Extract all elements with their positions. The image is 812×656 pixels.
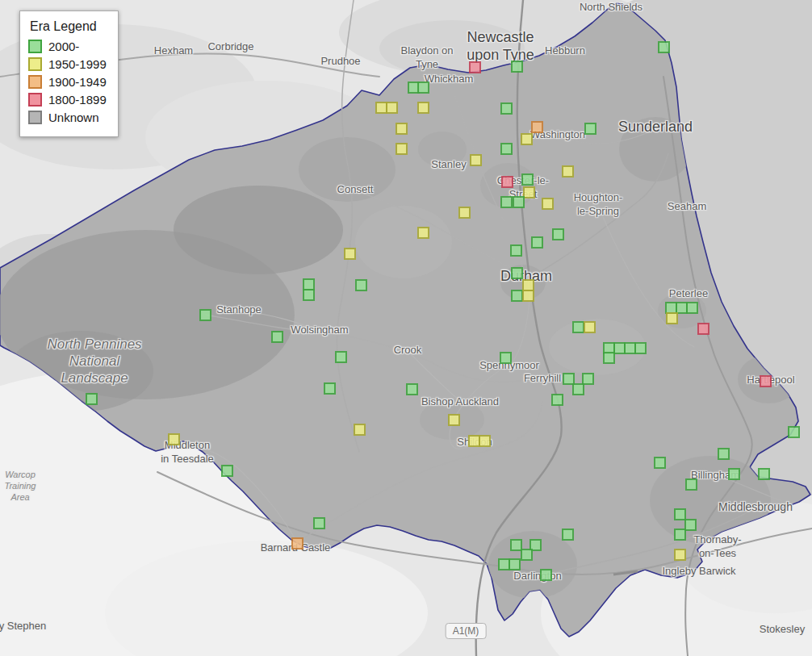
legend-items: 2000-1950-19991900-19491800-1899Unknown — [28, 40, 107, 124]
map-marker-era-2000-[interactable] — [584, 123, 596, 135]
map-marker-era-2000-[interactable] — [221, 465, 233, 477]
marker-layer — [0, 0, 812, 656]
map-marker-era-2000-[interactable] — [511, 267, 523, 279]
map-marker-era-2000-[interactable] — [86, 393, 98, 405]
map-marker-era-2000-[interactable] — [313, 517, 325, 529]
map-marker-era-2000-[interactable] — [521, 549, 533, 561]
legend-item-2: 1900-1949 — [28, 75, 107, 89]
map-marker-era-2000-[interactable] — [540, 569, 552, 581]
era-legend: Era Legend 2000-1950-19991900-19491800-1… — [19, 10, 119, 137]
map-marker-era-1950-1999[interactable] — [448, 414, 460, 426]
map-marker-era-2000-[interactable] — [551, 394, 563, 406]
map-marker-era-2000-[interactable] — [758, 468, 770, 480]
map-marker-era-2000-[interactable] — [199, 309, 211, 321]
map-marker-era-1800-1899[interactable] — [760, 375, 772, 387]
map-marker-era-1950-1999[interactable] — [470, 154, 482, 166]
map-marker-era-2000-[interactable] — [562, 529, 574, 541]
map-marker-era-1800-1899[interactable] — [469, 61, 481, 73]
map-marker-era-2000-[interactable] — [788, 426, 800, 438]
legend-swatch-icon — [28, 75, 42, 89]
map-marker-era-1900-1949[interactable] — [291, 537, 303, 549]
map-marker-era-1900-1949[interactable] — [531, 121, 543, 133]
map-marker-era-1950-1999[interactable] — [386, 102, 398, 114]
legend-item-label: 1900-1949 — [48, 75, 107, 89]
map-marker-era-1950-1999[interactable] — [354, 424, 366, 436]
legend-item-label: Unknown — [48, 111, 99, 124]
map-marker-era-2000-[interactable] — [718, 448, 730, 460]
map-marker-era-2000-[interactable] — [634, 342, 647, 354]
map-marker-era-2000-[interactable] — [674, 529, 686, 541]
map-marker-era-2000-[interactable] — [511, 290, 523, 302]
map-marker-era-2000-[interactable] — [510, 244, 522, 257]
map-marker-era-2000-[interactable] — [417, 81, 429, 94]
map-marker-era-2000-[interactable] — [406, 383, 418, 395]
map-marker-era-2000-[interactable] — [500, 196, 513, 208]
map-marker-era-1950-1999[interactable] — [666, 312, 678, 324]
map-marker-era-1950-1999[interactable] — [417, 102, 429, 114]
map-marker-era-2000-[interactable] — [552, 228, 564, 240]
map-marker-era-2000-[interactable] — [509, 558, 521, 570]
map-marker-era-1950-1999[interactable] — [542, 198, 554, 210]
map-marker-era-2000-[interactable] — [271, 331, 283, 343]
legend-swatch-icon — [28, 111, 42, 124]
legend-swatch-icon — [28, 57, 42, 71]
legend-item-0: 2000- — [28, 40, 107, 53]
map-marker-era-2000-[interactable] — [603, 352, 615, 364]
map-marker-era-1950-1999[interactable] — [523, 186, 535, 198]
map-marker-era-2000-[interactable] — [531, 236, 543, 249]
map-marker-era-1950-1999[interactable] — [458, 207, 471, 219]
map-marker-era-2000-[interactable] — [500, 352, 512, 364]
map-marker-era-2000-[interactable] — [511, 61, 523, 73]
map-marker-era-1950-1999[interactable] — [584, 321, 596, 333]
map-marker-era-2000-[interactable] — [686, 302, 698, 314]
legend-item-label: 1950-1999 — [48, 57, 107, 71]
legend-swatch-icon — [28, 93, 42, 107]
map-marker-era-2000-[interactable] — [685, 478, 697, 491]
map-marker-era-1950-1999[interactable] — [562, 165, 574, 178]
map-marker-era-2000-[interactable] — [324, 382, 336, 395]
map-marker-era-2000-[interactable] — [500, 143, 513, 155]
map-marker-era-2000-[interactable] — [654, 457, 666, 469]
map-marker-era-1950-1999[interactable] — [344, 248, 356, 260]
map-marker-era-2000-[interactable] — [335, 351, 347, 363]
map-marker-era-1950-1999[interactable] — [479, 435, 491, 447]
map-marker-era-1950-1999[interactable] — [396, 123, 408, 135]
legend-item-label: 1800-1899 — [48, 93, 107, 107]
legend-item-1: 1950-1999 — [28, 57, 107, 71]
map-marker-era-1950-1999[interactable] — [417, 227, 429, 239]
map-marker-era-1950-1999[interactable] — [168, 433, 180, 445]
map-marker-era-1950-1999[interactable] — [521, 133, 533, 145]
map-marker-era-2000-[interactable] — [728, 468, 740, 480]
legend-item-3: 1800-1899 — [28, 93, 107, 107]
map-marker-era-2000-[interactable] — [684, 519, 697, 531]
map-marker-era-2000-[interactable] — [500, 102, 513, 115]
map-marker-era-2000-[interactable] — [572, 383, 584, 395]
map-marker-era-2000-[interactable] — [303, 289, 315, 301]
map-marker-era-2000-[interactable] — [355, 279, 367, 291]
map-marker-era-1950-1999[interactable] — [522, 290, 534, 302]
legend-swatch-icon — [28, 40, 42, 53]
map-marker-era-2000-[interactable] — [513, 196, 525, 208]
map-marker-era-2000-[interactable] — [572, 321, 584, 333]
map-marker-era-1950-1999[interactable] — [674, 549, 686, 561]
map-marker-era-1800-1899[interactable] — [501, 176, 513, 188]
legend-title: Era Legend — [30, 19, 107, 34]
map-canvas[interactable]: Newcastleupon TyneSunderlandDurhamNorth … — [0, 0, 812, 656]
legend-item-label: 2000- — [48, 40, 79, 53]
map-marker-era-2000-[interactable] — [658, 41, 670, 53]
map-marker-era-1800-1899[interactable] — [697, 323, 709, 335]
map-marker-era-1950-1999[interactable] — [396, 143, 408, 155]
legend-item-4: Unknown — [28, 111, 107, 124]
map-marker-era-2000-[interactable] — [521, 173, 534, 186]
